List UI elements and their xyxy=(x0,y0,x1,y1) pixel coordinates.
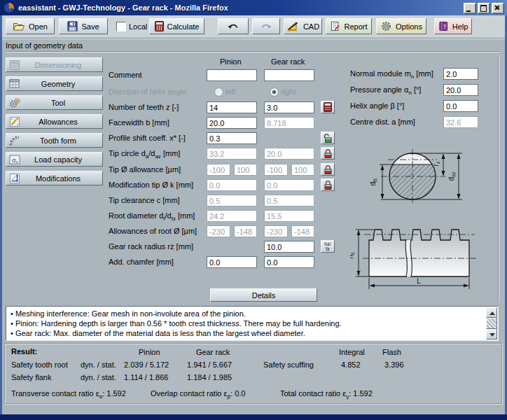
options-button[interactable]: Options xyxy=(376,18,426,34)
profile-shift-unlock-button[interactable] xyxy=(321,132,335,144)
message-line: • Pinion: Hardening depth is larger than… xyxy=(11,319,342,328)
result-row-mode: dyn. / stat. xyxy=(81,373,116,382)
comment-pinion-input[interactable] xyxy=(207,69,257,81)
tip-modification-pinion-input xyxy=(207,179,257,191)
scroll-down-button[interactable] xyxy=(486,329,497,340)
maximize-button[interactable] xyxy=(478,3,490,14)
window-frame-bottom xyxy=(0,414,507,420)
cad-button[interactable]: CAD xyxy=(284,18,322,34)
help-button[interactable]: ? Help xyxy=(434,18,472,34)
tip-allowance-gear-rack-lower-input xyxy=(264,164,288,176)
results-header-gear-rack: Gear rack xyxy=(196,348,230,356)
minimize-icon xyxy=(466,10,471,12)
normal-module-input[interactable] xyxy=(443,68,478,80)
root-allowance-gear-rack-lower-input xyxy=(264,225,288,237)
field-label-teeth: Number of teeth z [-] xyxy=(109,103,179,111)
sidebar-item-load-capacity[interactable]: σx Load capacity xyxy=(6,152,103,167)
results-panel: Result: Pinion Gear rack Integral Flash … xyxy=(4,343,503,405)
chamfer-gear-rack-input[interactable] xyxy=(264,256,314,268)
chamfer-pinion-input[interactable] xyxy=(207,256,257,268)
lock-closed-icon xyxy=(324,148,333,159)
messages-scrollbar[interactable] xyxy=(486,307,497,340)
transverse-contact-ratio: Transverse contact ratio εα: 1.592 xyxy=(11,389,126,400)
result-value: 1.114 / 1.866 xyxy=(124,373,168,382)
sidebar-item-dimensioning: Dimensioning xyxy=(6,57,103,72)
open-button[interactable]: Open xyxy=(6,18,55,34)
rack-radius-hzfz-button[interactable]: hz/fz xyxy=(321,240,335,253)
cad-icon xyxy=(286,21,300,31)
sidebar-item-modifications[interactable]: Modifications xyxy=(6,171,103,186)
calculator-small-icon xyxy=(324,102,332,112)
helix-right-radio xyxy=(270,88,279,97)
teeth-pinion-input[interactable] xyxy=(207,102,257,113)
teeth-calculator-button[interactable] xyxy=(321,101,335,113)
pressure-angle-input[interactable] xyxy=(443,84,478,96)
overlap-contact-ratio: Overlap contact ratio εβ: 0.0 xyxy=(151,389,245,400)
undo-button[interactable] xyxy=(218,18,249,34)
modifications-icon xyxy=(8,173,21,184)
field-label-comment: Comment xyxy=(109,71,142,79)
teeth-gear-rack-input[interactable] xyxy=(264,102,314,113)
window-frame-left xyxy=(0,15,2,414)
section-separator xyxy=(6,51,500,52)
tip-modification-lock-button[interactable] xyxy=(321,178,335,191)
section-title: Input of geometry data xyxy=(6,41,83,50)
daz-label: daz xyxy=(447,172,456,181)
scrollbar-thumb[interactable] xyxy=(486,318,497,329)
arrow-up-icon xyxy=(489,312,495,315)
length-label: L xyxy=(417,277,421,285)
messages-panel: • Meshing interference: Gear mesh in non… xyxy=(6,306,499,341)
redo-button[interactable] xyxy=(252,18,280,34)
details-button[interactable]: Details xyxy=(210,288,317,302)
calculate-button[interactable]: Calculate xyxy=(149,18,204,34)
facewidth-gear-rack-input xyxy=(264,117,314,129)
profile-shift-pinion-input[interactable] xyxy=(207,132,257,144)
comment-gear-rack-input[interactable] xyxy=(264,69,314,81)
results-header-pinion: Pinion xyxy=(139,348,160,356)
root-allowance-pinion-lower-input xyxy=(207,225,230,237)
tool-gears-icon xyxy=(8,97,21,108)
field-label-root-allowance: Allowances of root Ø [µm] xyxy=(109,227,197,235)
message-line: • Meshing interference: Gear mesh in non… xyxy=(11,309,246,318)
tip-allowance-lock-button[interactable] xyxy=(321,163,335,176)
scroll-up-button[interactable] xyxy=(486,307,497,318)
tip-circle-lock-button[interactable] xyxy=(321,147,335,160)
sidebar-item-label: Load capacity xyxy=(21,155,102,164)
field-label-profile-shift: Profile shift coeff. x* [-] xyxy=(109,134,186,142)
helix-angle-input[interactable] xyxy=(443,100,478,112)
field-label-tip-allowance: Tip Ø allowance [µm] xyxy=(109,165,181,174)
load-capacity-sigma-icon: σx xyxy=(8,154,21,165)
param-label-normal-module: Normal module mn [mm] xyxy=(350,69,433,80)
tip-circle-gear-rack-input xyxy=(264,148,314,160)
firefox-icon xyxy=(4,2,15,13)
open-folder-icon xyxy=(13,21,25,31)
helix-left-radio xyxy=(214,88,223,97)
save-button[interactable]: Save xyxy=(59,18,108,34)
rack-radius-input[interactable] xyxy=(264,241,314,253)
minimize-button[interactable] xyxy=(464,3,476,14)
facewidth-pinion-input[interactable] xyxy=(207,117,257,129)
sidebar-item-tooth-form[interactable]: Tooth form xyxy=(6,133,103,148)
sidebar-item-tool[interactable]: Tool xyxy=(6,95,103,110)
local-checkbox[interactable] xyxy=(116,22,126,31)
sidebar-item-label: Dimensioning xyxy=(21,61,102,69)
dfz-label: dfz xyxy=(369,178,377,186)
result-value: 1.184 / 1.985 xyxy=(187,373,232,382)
sidebar-item-allowances[interactable]: Allowances xyxy=(6,114,103,129)
field-label-chamfer: Add. chamfer [mm] xyxy=(109,258,174,266)
sidebar-item-geometry[interactable]: Geometry xyxy=(6,76,103,91)
report-button[interactable]: Report xyxy=(326,18,372,34)
scuffing-integral-value: 4.852 xyxy=(341,360,361,369)
close-button[interactable] xyxy=(492,3,504,14)
results-header-integral: Integral xyxy=(339,348,365,356)
sidebar-item-label: Modifications xyxy=(21,174,102,183)
title-bar: eassistant - GWJ-Technology - Gear rack … xyxy=(0,0,507,15)
scuffing-flash-value: 3.396 xyxy=(384,360,404,369)
root-allowance-pinion-upper-input xyxy=(234,225,257,237)
allowances-icon xyxy=(8,116,21,127)
rz-label: rz xyxy=(432,161,440,166)
svg-text:?: ? xyxy=(443,23,446,30)
result-row-label: Safety flank xyxy=(11,373,51,382)
field-label-tip-modification: Modification tip Ø k [mm] xyxy=(109,181,193,189)
report-icon xyxy=(330,21,340,31)
